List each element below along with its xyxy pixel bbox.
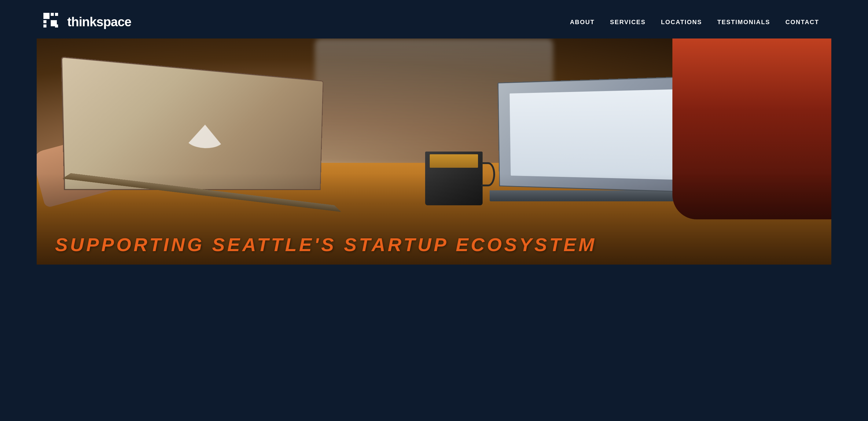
nav-item-contact[interactable]: CONTACT xyxy=(785,19,819,26)
laptop-left-screen xyxy=(61,57,324,190)
hero-tagline: SUPPORTING SEATTLE'S STARTUP ECOSYSTEM xyxy=(55,234,597,255)
nav-item-locations[interactable]: LOCATIONS xyxy=(661,19,702,26)
svg-rect-0 xyxy=(43,13,50,19)
nav-item-testimonials[interactable]: TESTIMONIALS xyxy=(717,19,770,26)
logo-text: thinkspace xyxy=(67,15,131,29)
nav-item-about[interactable]: ABOUT xyxy=(570,19,595,26)
hero-section: SUPPORTING SEATTLE'S STARTUP ECOSYSTEM xyxy=(37,38,831,265)
logo-icon xyxy=(43,12,62,32)
nav-item-services[interactable]: SERVICES xyxy=(610,19,646,26)
svg-rect-5 xyxy=(43,25,46,28)
logo-area: thinkspace xyxy=(43,12,131,32)
svg-rect-6 xyxy=(55,25,58,28)
logo-bold: think xyxy=(67,15,96,29)
header: thinkspace ABOUT SERVICES LOCATIONS TEST… xyxy=(37,5,831,38)
svg-rect-3 xyxy=(43,20,46,23)
page-wrapper: thinkspace ABOUT SERVICES LOCATIONS TEST… xyxy=(37,5,831,265)
svg-rect-1 xyxy=(51,13,54,16)
hero-image: SUPPORTING SEATTLE'S STARTUP ECOSYSTEM xyxy=(37,38,831,265)
main-nav: ABOUT SERVICES LOCATIONS TESTIMONIALS CO… xyxy=(570,19,819,26)
svg-rect-2 xyxy=(55,13,58,16)
logo-light: space xyxy=(96,15,131,29)
